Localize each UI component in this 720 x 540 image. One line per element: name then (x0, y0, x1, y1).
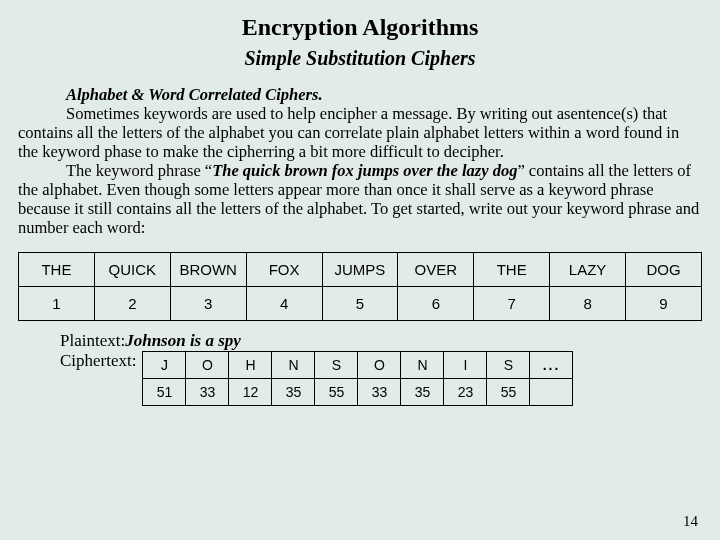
cipher-cell: N (272, 351, 315, 378)
cipher-block: Plaintext: Johnson is a spy Ciphertext: … (60, 331, 702, 406)
cipher-num: 55 (315, 378, 358, 405)
word-cell: LAZY (550, 252, 626, 286)
word-cell: BROWN (170, 252, 246, 286)
num-cell: 3 (170, 286, 246, 320)
keyword-phrase: The quick brown fox jumps over the lazy … (212, 161, 517, 180)
word-cell: JUMPS (322, 252, 398, 286)
cipher-cell: N (401, 351, 444, 378)
table-row: 51 33 12 35 55 33 35 23 55 (143, 378, 573, 405)
word-cell: THE (474, 252, 550, 286)
words-table: THE QUICK BROWN FOX JUMPS OVER THE LAZY … (18, 252, 702, 321)
cipher-cell: O (358, 351, 401, 378)
slide: Encryption Algorithms Simple Substitutio… (0, 0, 720, 540)
cipher-num: 33 (186, 378, 229, 405)
cipher-cell: H (229, 351, 272, 378)
cipher-num: 35 (401, 378, 444, 405)
page-subtitle: Simple Substitution Ciphers (18, 47, 702, 70)
para1-lead: Sometimes keywords are used to help enci… (18, 105, 564, 124)
word-cell: OVER (398, 252, 474, 286)
body-text: Alphabet & Word Correlated Ciphers. Some… (18, 86, 702, 238)
cipher-table: J O H N S O N I S ... 51 33 12 35 55 (142, 351, 573, 406)
cipher-num: 33 (358, 378, 401, 405)
num-cell: 9 (626, 286, 702, 320)
cipher-num: 55 (487, 378, 530, 405)
section-heading: Alphabet & Word Correlated Ciphers. (18, 86, 702, 105)
para2-mid: ” contains (517, 161, 588, 180)
table-row: J O H N S O N I S ... (143, 351, 573, 378)
cipher-cell: J (143, 351, 186, 378)
num-cell: 2 (94, 286, 170, 320)
word-cell: DOG (626, 252, 702, 286)
cipher-num: 23 (444, 378, 487, 405)
num-cell: 1 (19, 286, 95, 320)
page-title: Encryption Algorithms (18, 14, 702, 41)
num-cell: 7 (474, 286, 550, 320)
plaintext-value: Johnson is a spy (125, 331, 241, 351)
ciphertext-row: Ciphertext: J O H N S O N I S ... 51 33 (60, 351, 702, 406)
cipher-num (530, 378, 573, 405)
word-cell: FOX (246, 252, 322, 286)
word-cell: THE (19, 252, 95, 286)
ciphertext-label: Ciphertext: (60, 351, 136, 371)
word-cell: QUICK (94, 252, 170, 286)
cipher-num: 12 (229, 378, 272, 405)
cipher-num: 35 (272, 378, 315, 405)
cipher-ellipsis: ... (530, 351, 573, 378)
cipher-cell: I (444, 351, 487, 378)
paragraph-2: The keyword phrase “The quick brown fox … (18, 162, 702, 238)
table-row: 1 2 3 4 5 6 7 8 9 (19, 286, 702, 320)
table-row: THE QUICK BROWN FOX JUMPS OVER THE LAZY … (19, 252, 702, 286)
plaintext-label: Plaintext: (60, 331, 125, 351)
num-cell: 6 (398, 286, 474, 320)
num-cell: 5 (322, 286, 398, 320)
cipher-cell: S (315, 351, 358, 378)
plaintext-row: Plaintext: Johnson is a spy (60, 331, 702, 351)
num-cell: 4 (246, 286, 322, 320)
para2-lead: The keyword phrase “ (18, 162, 212, 181)
paragraph-1: Sometimes keywords are used to help enci… (18, 105, 702, 162)
page-number: 14 (683, 513, 698, 530)
cipher-cell: O (186, 351, 229, 378)
num-cell: 8 (550, 286, 626, 320)
cipher-num: 51 (143, 378, 186, 405)
cipher-cell: S (487, 351, 530, 378)
